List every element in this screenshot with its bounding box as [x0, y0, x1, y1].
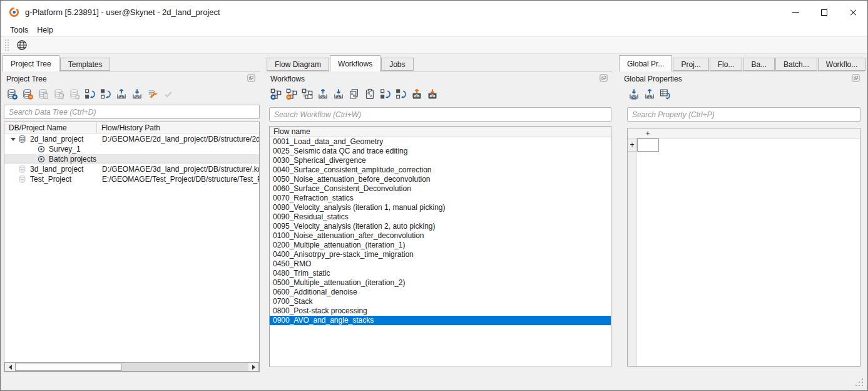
tree-item-path: D:/GEOMAGE/2d_land_project/DB/structure/…	[102, 134, 259, 144]
tab-templates[interactable]: Templates	[60, 58, 111, 71]
scroll-left-button[interactable]	[5, 363, 15, 371]
workflow-item[interactable]: 0090_Residual_statics	[270, 212, 611, 222]
configure-icon[interactable]	[147, 88, 158, 100]
app-logo-icon	[9, 7, 20, 18]
workflow-item[interactable]: 0200_Multiple_attenuation_(iteration_1)	[270, 241, 611, 250]
tab-workflows[interactable]: Workflows	[330, 55, 380, 71]
add-column-button[interactable]: +	[637, 128, 658, 138]
copy-database-icon[interactable]	[38, 88, 49, 100]
workflow-item[interactable]: 0100_Noise_attenuation_after_deconvoluti…	[270, 231, 611, 241]
workflow-item[interactable]: 0070_Refraction_statics	[270, 194, 611, 203]
add-workflow-icon[interactable]	[270, 88, 282, 100]
project-search-input[interactable]	[4, 105, 260, 119]
duplicate-database-icon[interactable]	[53, 88, 64, 100]
tree-row[interactable]: 3d_land_projectD:/GEOMAGE/3d_land_projec…	[4, 164, 259, 174]
tab-flo[interactable]: Flo...	[710, 58, 743, 71]
workflow-item[interactable]: 0400_Anisotrpy_pre-stack_time_migration	[270, 250, 611, 259]
project-panel-body: Project Tree DB/Project Name Flow/Histor…	[3, 71, 260, 373]
menu-help[interactable]: Help	[33, 24, 58, 36]
minimize-button[interactable]	[781, 1, 810, 24]
add-row-button[interactable]: +	[628, 138, 637, 152]
tab-jobs[interactable]: Jobs	[381, 58, 413, 71]
workflow-item[interactable]: 0700_Stack	[270, 297, 611, 306]
tree-row[interactable]: Test_ProjectE:/GEOMAGE/Test_Project/DB/s…	[4, 174, 259, 184]
import-properties-icon[interactable]	[628, 88, 640, 100]
update-icon[interactable]	[100, 88, 111, 100]
float-panel-icon[interactable]	[247, 74, 257, 84]
resize-grip-icon[interactable]	[855, 378, 864, 387]
column-db-project-name[interactable]: DB/Project Name	[4, 122, 97, 133]
import-box-icon[interactable]	[333, 88, 344, 100]
workflow-item[interactable]: 0001_Load_data_and_Geometry	[270, 137, 611, 147]
workflow-item[interactable]: 0500_Multiple_attenuation_(iteration_2)	[270, 278, 611, 288]
tab-project-tree[interactable]: Project Tree	[3, 55, 59, 71]
workflow-item[interactable]: 0450_RMO	[270, 259, 611, 269]
duplicate-workflow-icon[interactable]	[302, 88, 313, 100]
tab-workflo[interactable]: Workflo...	[818, 58, 865, 71]
workflow-item[interactable]: 0025_Seismic data QC and trace editing	[270, 147, 611, 156]
export-properties-icon[interactable]	[644, 88, 655, 100]
paste-icon[interactable]	[364, 88, 375, 100]
workflow-item[interactable]: 0800_Post-stack processing	[270, 306, 611, 316]
dock-area: Project TreeTemplates Project Tree DB/Pr…	[1, 55, 867, 373]
export-box-icon[interactable]	[116, 88, 127, 100]
workflow-item[interactable]: 0095_Velocity_analysis (iteration 2, aut…	[270, 222, 611, 231]
export-box-icon[interactable]	[317, 88, 329, 100]
menu-tools[interactable]: Tools	[6, 24, 33, 36]
tree-row[interactable]: 2d_land_projectD:/GEOMAGE/2d_land_projec…	[4, 134, 259, 144]
column-flow-name[interactable]: Flow name	[270, 127, 611, 137]
float-panel-icon[interactable]	[600, 74, 610, 84]
maximize-button[interactable]	[810, 1, 839, 24]
tab-proj[interactable]: Proj...	[673, 58, 708, 71]
scrollbar-thumb[interactable]	[15, 363, 121, 371]
properties-table: + +	[627, 128, 860, 367]
toolbar-grip-handle[interactable]	[5, 39, 9, 51]
property-value-cell[interactable]	[637, 138, 659, 152]
horizontal-scrollbar[interactable]	[4, 362, 259, 372]
validate-icon[interactable]	[163, 88, 174, 100]
workflows-panel: Flow DiagramWorkflowsJobs Workflows Flow…	[267, 55, 613, 373]
tab-global-pr[interactable]: Global Pr...	[619, 55, 672, 71]
tree-row[interactable]: Batch projects	[4, 154, 259, 164]
reload-icon[interactable]	[84, 88, 96, 100]
workflow-item[interactable]: 0030_Spherical_divergence	[270, 156, 611, 165]
clear-database-icon[interactable]	[69, 88, 80, 100]
database-icon	[18, 135, 27, 143]
tab-flow-diagram[interactable]: Flow Diagram	[267, 58, 329, 71]
properties-panel-tabs: Global Pr...Proj...Flo...Ba...Batch...Wo…	[619, 55, 865, 71]
scroll-right-arrow-icon	[252, 365, 255, 370]
add-database-icon[interactable]	[6, 88, 18, 100]
survey-icon	[37, 145, 46, 154]
tab-batch[interactable]: Batch...	[775, 58, 817, 71]
globe-icon[interactable]	[14, 38, 29, 53]
undo-icon[interactable]	[380, 88, 391, 100]
refresh-properties-icon[interactable]	[660, 88, 671, 100]
tree-row[interactable]: Survey_1	[4, 144, 259, 154]
tab-ba[interactable]: Ba...	[743, 58, 775, 71]
tree-item-label: Batch projects	[49, 155, 96, 164]
float-panel-icon[interactable]	[852, 74, 862, 84]
project-toolbar	[3, 86, 260, 102]
redo-icon[interactable]	[396, 88, 407, 100]
expander-icon[interactable]	[8, 138, 18, 141]
remove-database-icon[interactable]	[22, 88, 33, 100]
workflow-item[interactable]: 0060_Surface_Consistent_Deconvolution	[270, 184, 611, 194]
workflow-item[interactable]: 0600_Additional_denoise	[270, 288, 611, 297]
workflow-item[interactable]: 0480_Trim_static	[270, 269, 611, 278]
property-search-input[interactable]	[627, 107, 860, 122]
remove-workflow-icon[interactable]	[286, 88, 297, 100]
scrollbar-track[interactable]	[121, 363, 248, 371]
properties-toolbar	[619, 86, 865, 102]
column-flow-history-path[interactable]: Flow/History Path	[97, 122, 259, 133]
import-box-icon[interactable]	[131, 88, 143, 100]
workflow-item[interactable]: 0040_Surface_consistent_amplitude_correc…	[270, 165, 611, 175]
workflow-item[interactable]: 0900_AVO_and_angle_stacks	[270, 316, 611, 325]
workflow-item[interactable]: 0050_Noise_attenuation_before_deconvolut…	[270, 175, 611, 184]
workflow-item[interactable]: 0080_Velocity_analysis (iteration 1, man…	[270, 203, 611, 212]
upload-workflow-icon[interactable]	[411, 88, 422, 100]
copy-icon[interactable]	[349, 88, 360, 100]
workflow-search-input[interactable]	[269, 107, 611, 122]
download-workflow-icon[interactable]	[427, 88, 438, 100]
close-button[interactable]	[839, 1, 867, 24]
scroll-right-button[interactable]	[248, 363, 258, 371]
